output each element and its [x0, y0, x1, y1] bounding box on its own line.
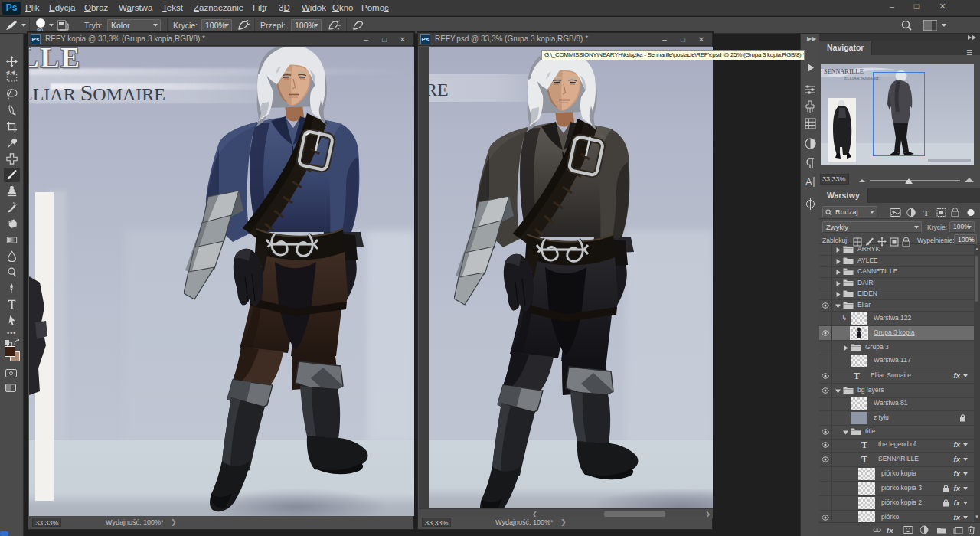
svg-text:SENNARILLE: SENNARILLE — [824, 68, 864, 75]
svg-text:A: A — [805, 176, 812, 188]
svg-text:fx: fx — [887, 526, 893, 534]
svg-text:T: T — [923, 208, 929, 217]
